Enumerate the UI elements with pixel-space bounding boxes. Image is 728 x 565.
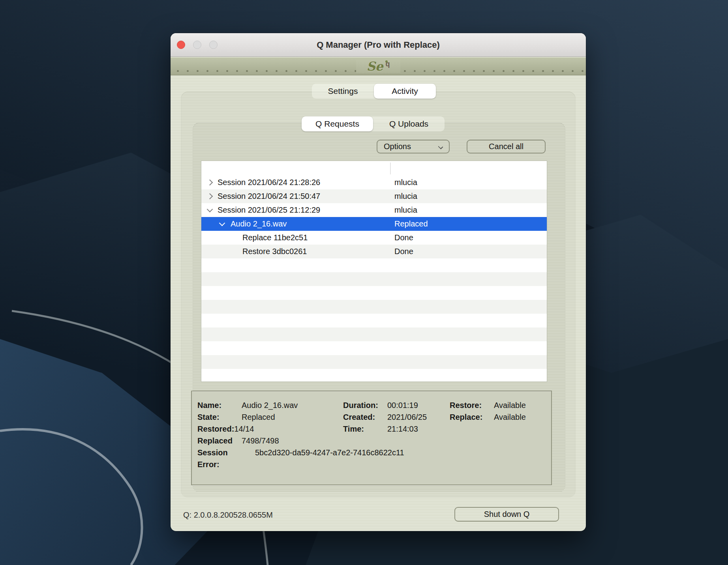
duration-label: Duration: — [343, 401, 387, 410]
minimize-button[interactable] — [193, 41, 201, 49]
row-label: Replace 11be2c51 — [242, 233, 308, 242]
created-label: Created: — [343, 413, 387, 422]
titlebar[interactable]: Q Manager (Pro with Replace) — [171, 33, 586, 57]
tab-q-uploads[interactable]: Q Uploads — [373, 116, 445, 131]
chevron-down-icon[interactable] — [207, 206, 213, 212]
q-manager-window: Q Manager (Pro with Replace) Se q Settin… — [171, 33, 586, 531]
tab-activity[interactable]: Activity — [374, 84, 436, 99]
toolbar: Se q — [171, 57, 586, 75]
details-column-2: Duration: 00:01:19 Created: 2021/06/25 T… — [343, 399, 427, 435]
tab-q-requests[interactable]: Q Requests — [302, 116, 373, 131]
restored-label: Restored: — [197, 425, 234, 434]
replaced-label: Replaced — [197, 436, 242, 445]
zoom-button[interactable] — [209, 41, 218, 49]
row-value: mlucia — [394, 192, 417, 201]
row-value: mlucia — [394, 178, 417, 187]
logo-se-text: Se — [366, 60, 383, 73]
window-title: Q Manager (Pro with Replace) — [171, 40, 586, 50]
created-value: 2021/06/25 — [387, 413, 427, 422]
tab-settings[interactable]: Settings — [312, 84, 374, 99]
session-value: 5bc2d320-da59-4247-a7e2-7416c8622c11 — [255, 448, 404, 457]
row-value: Replaced — [394, 219, 428, 228]
version-text: Q: 2.0.0.8.200528.0655M — [183, 511, 273, 520]
list-body[interactable]: Session 2021/06/24 21:28:26 mlucia Sessi… — [201, 176, 547, 382]
window-controls — [177, 41, 218, 49]
row-value: Done — [394, 247, 413, 256]
replace-value: Available — [494, 413, 526, 422]
chevron-down-icon — [438, 144, 443, 150]
details-column-3: Restore: Available Replace: Available — [450, 399, 526, 423]
row-label: Audio 2_16.wav — [231, 219, 287, 228]
state-value: Replaced — [242, 413, 275, 422]
row-label: Session 2021/06/25 21:12:29 — [218, 206, 320, 215]
shutdown-q-label: Shut down Q — [484, 510, 530, 519]
table-row[interactable]: Restore 3dbc0261 Done — [201, 245, 547, 258]
table-row[interactable]: Session 2021/06/24 21:28:26 mlucia — [201, 176, 547, 189]
request-list[interactable]: Session 2021/06/24 21:28:26 mlucia Sessi… — [201, 161, 547, 382]
restore-value: Available — [494, 401, 526, 410]
duration-value: 00:01:19 — [387, 401, 418, 410]
window-content: Settings Activity Q Requests Q Uploads O… — [171, 75, 586, 531]
restore-label: Restore: — [450, 401, 494, 410]
details-panel: Name: Audio 2_16.wav State: Replaced Res… — [191, 391, 552, 485]
chevron-right-icon[interactable] — [207, 193, 213, 200]
logo-dot-icon — [385, 60, 388, 63]
replace-label: Replace: — [450, 413, 494, 422]
table-row[interactable]: Replace 11be2c51 Done — [201, 231, 547, 245]
shutdown-q-button[interactable]: Shut down Q — [454, 507, 559, 522]
table-row[interactable]: Session 2021/06/25 21:12:29 mlucia — [201, 203, 547, 217]
cancel-all-button[interactable]: Cancel all — [467, 140, 546, 153]
time-value: 21:14:03 — [387, 425, 418, 434]
name-label: Name: — [197, 401, 242, 410]
column-divider[interactable] — [390, 163, 391, 174]
options-dropdown[interactable]: Options — [377, 140, 450, 153]
row-value: Done — [394, 233, 413, 242]
close-button[interactable] — [177, 41, 185, 49]
row-label: Restore 3dbc0261 — [242, 247, 307, 256]
main-tab-bar: Settings Activity — [312, 84, 436, 99]
row-label: Session 2021/06/24 21:50:47 — [218, 192, 320, 201]
source-elements-logo: Se q — [356, 60, 400, 73]
session-label: Session — [197, 448, 255, 457]
list-header[interactable] — [201, 161, 547, 176]
replaced-value: 7498/7498 — [242, 436, 279, 445]
table-row[interactable]: Session 2021/06/24 21:50:47 mlucia — [201, 189, 547, 203]
options-label: Options — [384, 142, 411, 151]
name-value: Audio 2_16.wav — [242, 401, 298, 410]
chevron-right-icon[interactable] — [207, 180, 213, 186]
cancel-all-label: Cancel all — [489, 142, 523, 151]
row-value: mlucia — [394, 206, 417, 215]
chevron-down-icon[interactable] — [219, 220, 225, 226]
error-label: Error: — [197, 460, 220, 469]
sub-tab-bar: Q Requests Q Uploads — [302, 116, 445, 131]
table-row-selected[interactable]: Audio 2_16.wav Replaced — [201, 217, 547, 231]
restored-value: 14/14 — [234, 425, 254, 434]
time-label: Time: — [343, 425, 387, 434]
row-label: Session 2021/06/24 21:28:26 — [218, 178, 320, 187]
state-label: State: — [197, 413, 242, 422]
